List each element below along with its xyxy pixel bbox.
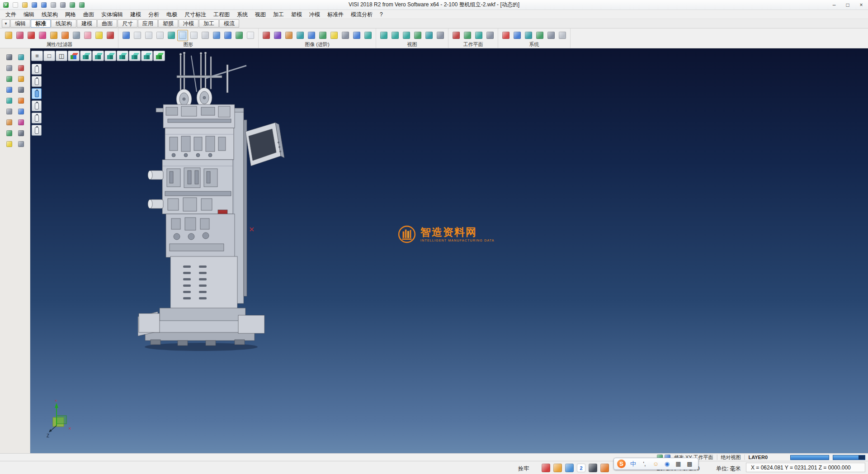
menu-item[interactable]: 网格 xyxy=(61,10,80,19)
maximize-button[interactable]: □ xyxy=(841,0,854,9)
ribbon-tab[interactable]: 模流 xyxy=(219,19,239,28)
undo-button[interactable] xyxy=(68,1,76,9)
tray-display-icon[interactable] xyxy=(589,464,597,472)
light-button[interactable] xyxy=(329,30,340,41)
tab-dropdown-button[interactable]: ▼ xyxy=(2,19,10,28)
zoom-grid-button[interactable] xyxy=(401,30,412,41)
move-tool-button[interactable] xyxy=(4,95,14,105)
menu-item[interactable]: 视图 xyxy=(251,10,269,19)
ribbon-tab[interactable]: 编辑 xyxy=(10,19,30,28)
highlight-filter-button[interactable] xyxy=(94,30,104,41)
coin-stack-2-button[interactable] xyxy=(234,30,245,41)
ring-teal-button[interactable] xyxy=(166,30,177,41)
menu-item[interactable]: 实体编辑 xyxy=(98,10,127,19)
menu-item[interactable]: 编辑 xyxy=(20,10,38,19)
ribbon-tab[interactable]: 尺寸 xyxy=(118,19,137,28)
scissors-trim-button[interactable] xyxy=(4,63,14,73)
display-mode-6-button[interactable] xyxy=(32,125,42,136)
palette-button[interactable] xyxy=(283,30,294,41)
select-arrow-button[interactable] xyxy=(4,52,14,62)
ime-toolbox-button[interactable]: ▩ xyxy=(684,459,695,469)
preview-button[interactable] xyxy=(59,1,67,9)
viewport-single-button[interactable]: □ xyxy=(43,51,55,61)
ime-mic-button[interactable]: ◉ xyxy=(662,459,672,469)
camera-button[interactable] xyxy=(295,30,306,41)
workplane-grid-button[interactable] xyxy=(485,30,495,41)
menu-item[interactable]: 系统 xyxy=(233,10,251,19)
attributes-button[interactable] xyxy=(3,30,14,41)
axonometric-cube-button[interactable] xyxy=(68,51,80,61)
arrow-view-button[interactable] xyxy=(351,30,362,41)
visi-logo[interactable]: V xyxy=(2,1,10,9)
cad-machine-model[interactable] xyxy=(138,52,301,360)
snap-lock-label[interactable]: 拴牢 xyxy=(518,465,529,473)
settings-tool-button[interactable] xyxy=(15,139,26,149)
notebook-button[interactable] xyxy=(4,117,14,127)
left-view-cube-button[interactable] xyxy=(117,51,128,61)
sketch-button[interactable] xyxy=(363,30,373,41)
new-doc-button[interactable] xyxy=(11,1,19,9)
color-filter-button[interactable] xyxy=(37,30,48,41)
cylinder-2-button[interactable] xyxy=(143,30,154,41)
tube-button[interactable] xyxy=(200,30,211,41)
cylinder-button[interactable] xyxy=(132,30,143,41)
coin-stack-button[interactable] xyxy=(222,30,233,41)
settings-cube-button[interactable] xyxy=(500,30,511,41)
save-all-button[interactable] xyxy=(40,1,48,9)
cylinder-4-button[interactable] xyxy=(189,30,199,41)
display-mode-1-button[interactable] xyxy=(32,64,42,75)
array-tool-button[interactable] xyxy=(15,106,26,116)
macro-tool-button[interactable] xyxy=(15,128,26,138)
material-sphere-button[interactable] xyxy=(557,30,568,41)
top-view-cube-button[interactable] xyxy=(104,51,116,61)
help-notes-button[interactable] xyxy=(4,139,14,149)
ime-emoji-button[interactable]: ☺ xyxy=(651,459,661,469)
compass-tool-button[interactable] xyxy=(15,85,26,95)
zoom-window-button[interactable] xyxy=(390,30,401,41)
print-button[interactable] xyxy=(49,1,57,9)
menu-item[interactable]: 塑模 xyxy=(288,10,306,19)
view-eye-button[interactable] xyxy=(424,30,434,41)
cad-viewport[interactable]: ≡ □ ◫ xyxy=(30,48,868,453)
clear-filter-button[interactable] xyxy=(105,30,116,41)
ime-keyboard-button[interactable]: ▦ xyxy=(673,459,684,469)
menu-item[interactable]: 冲模 xyxy=(306,10,324,19)
mirror-tool-button[interactable] xyxy=(4,106,14,116)
close-button[interactable]: × xyxy=(854,0,868,9)
menu-item[interactable]: 尺寸标注 xyxy=(181,10,210,19)
menu-item[interactable]: 线架构 xyxy=(38,10,61,19)
view-mode-label[interactable]: 绝对视图 xyxy=(721,454,741,461)
minimize-button[interactable]: – xyxy=(827,0,841,9)
open-file-button[interactable] xyxy=(21,1,29,9)
units-label[interactable]: 单位: 毫米 xyxy=(716,465,741,473)
workplane-view-button[interactable] xyxy=(473,30,484,41)
ime-punct-button[interactable]: ', xyxy=(639,459,650,469)
tray-network-icon[interactable] xyxy=(565,464,574,472)
menu-item[interactable]: 曲面 xyxy=(80,10,98,19)
ribbon-tab[interactable]: 建模 xyxy=(77,19,97,28)
display-mode-5-button[interactable] xyxy=(32,113,42,123)
pencil-edit-button[interactable] xyxy=(15,74,26,84)
menu-item[interactable]: 加工 xyxy=(269,10,288,19)
ime-lang-button[interactable]: 中 xyxy=(628,459,638,469)
menu-item[interactable]: 电极 xyxy=(163,10,181,19)
menu-item[interactable]: ? xyxy=(376,10,387,19)
double-cylinder-button[interactable] xyxy=(211,30,222,41)
shadow-button[interactable] xyxy=(340,30,351,41)
display-mode-2-button[interactable] xyxy=(32,76,42,87)
menu-item[interactable]: 工程图 xyxy=(210,10,233,19)
ribbon-tab[interactable]: 标准 xyxy=(31,19,51,28)
dice-button[interactable] xyxy=(245,30,256,41)
workplane-axes-button[interactable] xyxy=(451,30,462,41)
workplane-edit-button[interactable] xyxy=(462,30,473,41)
zoom-all-button[interactable] xyxy=(378,30,389,41)
tray-package-icon[interactable] xyxy=(600,464,609,472)
eraser-button[interactable] xyxy=(82,30,93,41)
menu-item[interactable]: 模流分析 xyxy=(347,10,376,19)
viewport-menu-button[interactable]: ≡ xyxy=(31,51,43,61)
layer-filter-button[interactable] xyxy=(48,30,59,41)
monitor-button[interactable] xyxy=(512,30,523,41)
tray-qq-icon[interactable]: 2 xyxy=(577,464,585,472)
knife-cut-button[interactable] xyxy=(15,63,26,73)
dynamic-view-button[interactable] xyxy=(412,30,423,41)
